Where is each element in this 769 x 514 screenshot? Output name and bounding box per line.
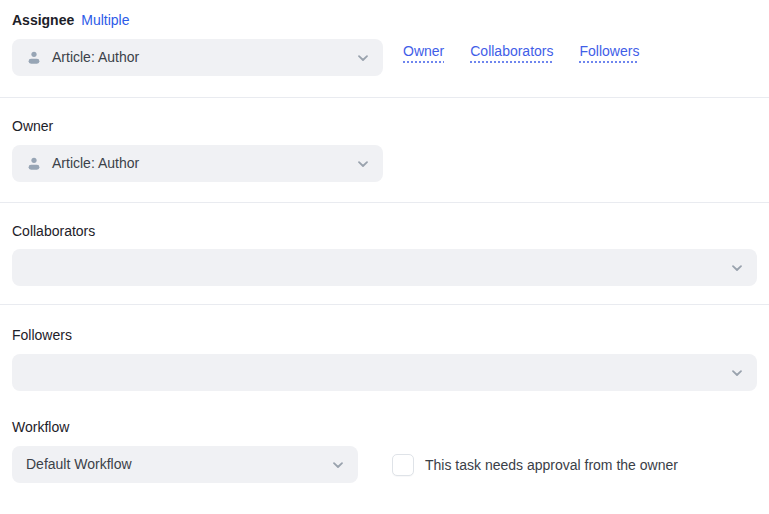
- chevron-down-icon: [332, 461, 344, 469]
- chevron-down-icon: [731, 369, 743, 377]
- collaborators-label: Collaborators: [12, 224, 95, 239]
- person-icon: [26, 156, 42, 172]
- workflow-select[interactable]: Default Workflow: [12, 446, 358, 483]
- followers-select[interactable]: [12, 354, 757, 391]
- assignee-select-value: Article: Author: [52, 39, 139, 76]
- approval-checkbox-label: This task needs approval from the owner: [425, 457, 678, 473]
- assignee-label: Assignee: [12, 13, 74, 28]
- owner-label: Owner: [12, 119, 53, 134]
- owner-select[interactable]: Article: Author: [12, 145, 383, 182]
- collaborators-section: Collaborators: [0, 203, 769, 305]
- assign-owner-link[interactable]: Owner: [403, 43, 444, 59]
- chevron-down-icon: [731, 264, 743, 272]
- owner-select-value: Article: Author: [52, 145, 139, 182]
- collaborators-select[interactable]: [12, 249, 757, 286]
- owner-section: Owner Article: Author: [0, 98, 769, 203]
- assignee-section: Assignee Multiple Article: Author Owner …: [0, 0, 769, 98]
- workflow-select-value: Default Workflow: [26, 446, 132, 483]
- chevron-down-icon: [357, 160, 369, 168]
- chevron-down-icon: [357, 54, 369, 62]
- person-icon: [26, 50, 42, 66]
- assign-collaborators-link[interactable]: Collaborators: [470, 43, 553, 59]
- followers-label: Followers: [12, 328, 72, 343]
- followers-section: Followers: [0, 305, 769, 391]
- assignee-select[interactable]: Article: Author: [12, 39, 383, 76]
- approval-checkbox-group[interactable]: This task needs approval from the owner: [392, 454, 678, 476]
- approval-checkbox[interactable]: [392, 454, 414, 476]
- assignee-multiple-link[interactable]: Multiple: [81, 13, 129, 28]
- assign-shortcut-links: Owner Collaborators Followers: [403, 39, 639, 59]
- workflow-section: Workflow Default Workflow This task need…: [0, 391, 769, 483]
- workflow-label: Workflow: [12, 420, 69, 435]
- assign-followers-link[interactable]: Followers: [580, 43, 640, 59]
